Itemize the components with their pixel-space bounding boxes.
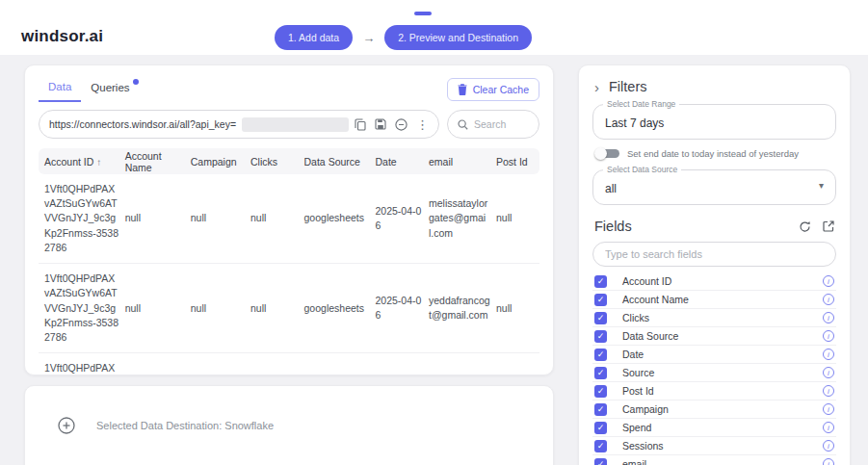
collapse-chevron-icon[interactable]: › <box>594 80 599 94</box>
date-range-value: Last 7 days <box>605 116 664 130</box>
app-window: windsor.ai 1. Add data → 2. Preview and … <box>0 0 868 465</box>
column-header-clicks[interactable]: Clicks <box>250 156 304 168</box>
field-item[interactable]: ✓Sourcei <box>592 364 836 382</box>
field-label: Sessions <box>622 440 664 452</box>
checkbox-checked-icon[interactable]: ✓ <box>594 458 607 465</box>
sort-asc-icon: ↑ <box>93 157 101 168</box>
checkbox-checked-icon[interactable]: ✓ <box>594 330 607 343</box>
field-label: Account Name <box>622 294 689 305</box>
clear-cache-button[interactable]: Clear Cache <box>447 78 539 101</box>
checkbox-checked-icon[interactable]: ✓ <box>594 367 607 379</box>
info-icon[interactable]: i <box>823 440 834 452</box>
field-label: Spend <box>622 422 651 433</box>
field-item[interactable]: ✓Post Idi <box>592 382 836 400</box>
refresh-icon[interactable] <box>799 220 811 233</box>
field-item[interactable]: ✓Sessionsi <box>592 437 836 455</box>
search-input[interactable] <box>474 118 528 130</box>
cell-post_id: null <box>496 211 534 225</box>
url-actions: ⋮ <box>355 117 429 132</box>
table-row[interactable]: 1Vft0QHPdPAXvAZtSuGYw6ATVVGnJYJ_9c3gKp2F… <box>39 174 539 264</box>
checkbox-checked-icon[interactable]: ✓ <box>594 312 607 324</box>
windsor-logo: windsor.ai <box>21 27 103 46</box>
info-icon[interactable]: i <box>823 275 834 287</box>
column-header-email[interactable]: email <box>429 156 496 168</box>
cell-account_name: null <box>125 301 191 316</box>
top-bar: windsor.ai 1. Add data → 2. Preview and … <box>0 0 868 55</box>
destination-label: Selected Data Destination: Snowflake <box>96 420 274 431</box>
chevron-down-icon: ▾ <box>819 180 824 191</box>
cell-campaign: null <box>191 211 250 225</box>
field-item[interactable]: ✓Datei <box>592 346 836 364</box>
circle-minus-icon[interactable] <box>395 118 408 131</box>
fields-search[interactable] <box>592 242 836 267</box>
tab-queries-label: Queries <box>91 82 129 93</box>
field-item[interactable]: ✓Data Sourcei <box>592 327 836 346</box>
info-icon[interactable]: i <box>823 403 834 415</box>
info-icon[interactable]: i <box>823 458 834 465</box>
field-item[interactable]: ✓Spendi <box>592 419 836 437</box>
field-item[interactable]: ✓Campaigni <box>592 400 836 419</box>
data-source-select[interactable]: Select Data Source all ▾ <box>592 169 836 205</box>
filters-card: › Filters Select Date Range Last 7 days … <box>578 65 851 465</box>
step-add-data-button[interactable]: 1. Add data <box>275 25 353 50</box>
cell-campaign: null <box>191 301 250 316</box>
checkbox-checked-icon[interactable]: ✓ <box>594 403 607 416</box>
cell-data_source: googlesheets <box>304 301 376 316</box>
checkbox-checked-icon[interactable]: ✓ <box>594 422 607 434</box>
checkbox-checked-icon[interactable]: ✓ <box>594 440 607 452</box>
info-icon[interactable]: i <box>823 312 834 323</box>
tab-queries[interactable]: Queries <box>81 78 139 101</box>
info-icon[interactable]: i <box>823 349 834 360</box>
step-indicator <box>414 12 432 15</box>
column-header-campaign[interactable]: Campaign <box>191 156 250 168</box>
search-icon <box>458 119 468 130</box>
info-icon[interactable]: i <box>823 385 834 397</box>
field-item[interactable]: ✓Clicksi <box>592 309 836 327</box>
field-label: Date <box>622 349 644 360</box>
filters-title: Filters <box>609 79 646 94</box>
step-arrow-icon: → <box>362 31 375 45</box>
field-item[interactable]: ✓Account IDi <box>592 272 836 291</box>
step-preview-destination-button[interactable]: 2. Preview and Destination <box>384 25 532 50</box>
more-options-icon[interactable]: ⋮ <box>416 117 429 132</box>
checkbox-checked-icon[interactable]: ✓ <box>594 275 607 288</box>
table-row[interactable]: 1Vft0QHPdPAXvAZtSuGYw6ATVVGnJYJ_9c3gKp2F… <box>39 264 539 353</box>
field-label: Account ID <box>622 275 671 287</box>
expand-circle-icon[interactable] <box>58 417 75 434</box>
column-header-date[interactable]: Date <box>375 156 429 168</box>
data-source-value: all <box>605 182 617 195</box>
fields-title: Fields <box>594 219 632 234</box>
column-header-account_name[interactable]: Account Name <box>125 150 191 173</box>
checkbox-checked-icon[interactable]: ✓ <box>594 385 607 398</box>
table-search[interactable] <box>447 110 539 139</box>
api-url-field[interactable]: https://connectors.windsor.ai/all?api_ke… <box>39 110 439 139</box>
field-item[interactable]: ✓emaili <box>592 455 836 465</box>
cell-account_name: null <box>125 211 191 225</box>
checkbox-checked-icon[interactable]: ✓ <box>594 294 607 306</box>
column-header-data_source[interactable]: Data Source <box>304 156 376 168</box>
open-external-icon[interactable] <box>823 220 834 233</box>
copy-icon[interactable] <box>355 118 366 131</box>
tab-data[interactable]: Data <box>39 77 81 102</box>
cell-email: yeddafrancogt@gmail.com <box>429 294 496 323</box>
field-item[interactable]: ✓Account Namei <box>592 291 836 309</box>
cell-date: 2025-04-06 <box>375 204 429 233</box>
cell-account_id: 1Vft0QHPdPAXvAZtSuGYw6ATVVGnJYJ_9c3gKp2F… <box>44 182 125 255</box>
fields-search-input[interactable] <box>605 248 824 260</box>
cell-account_id: 1Vft0QHPdPAXvAZtSuGYw6ATVVGnJYJ_9c3gKp2F… <box>44 361 125 375</box>
save-icon[interactable] <box>375 118 386 130</box>
fields-list: ✓Account IDi✓Account Namei✓Clicksi✓Data … <box>592 272 836 465</box>
end-date-toggle[interactable] <box>594 147 619 160</box>
column-header-post_id[interactable]: Post Id <box>496 156 534 168</box>
column-header-account_id[interactable]: Account ID ↑ <box>44 156 125 168</box>
api-key-redacted <box>242 117 349 132</box>
cell-post_id: null <box>496 301 534 316</box>
info-icon[interactable]: i <box>823 330 834 342</box>
info-icon[interactable]: i <box>823 422 834 433</box>
table-row[interactable]: 1Vft0QHPdPAXvAZtSuGYw6ATVVGnJYJ_9c3gKp2F… <box>39 353 539 375</box>
checkbox-checked-icon[interactable]: ✓ <box>594 349 607 361</box>
date-range-select[interactable]: Select Date Range Last 7 days <box>592 104 836 140</box>
info-icon[interactable]: i <box>823 367 834 378</box>
cell-clicks: null <box>250 301 304 316</box>
info-icon[interactable]: i <box>823 294 834 305</box>
